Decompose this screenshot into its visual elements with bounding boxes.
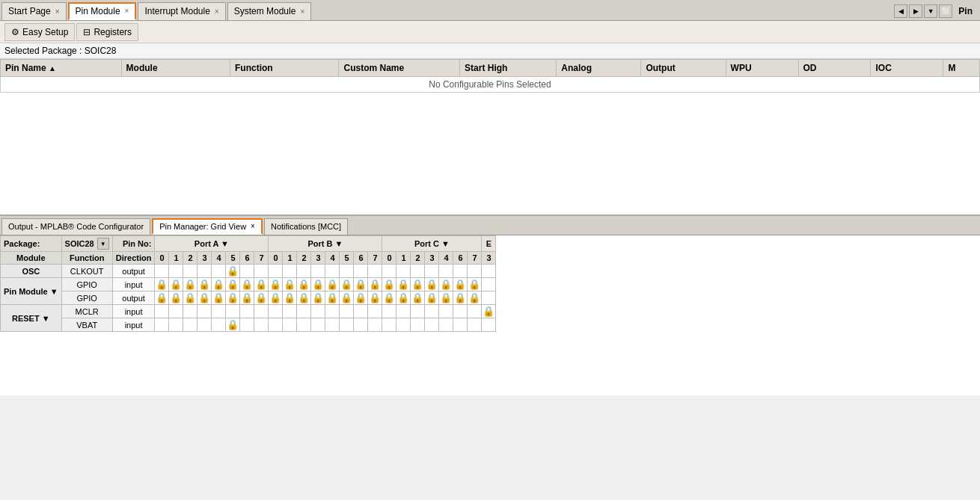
grid-cell-pa6-row2[interactable]: 🔒 (240, 291, 254, 305)
lock-icon[interactable]: 🔒 (397, 279, 409, 290)
tab-close-grid[interactable]: × (251, 222, 255, 230)
lock-icon[interactable]: 🔒 (212, 279, 224, 290)
grid-cell-pc0-row1[interactable]: 🔒 (382, 278, 396, 291)
grid-cell-pb1-row4[interactable] (283, 318, 297, 332)
lock-icon[interactable]: 🔒 (340, 292, 352, 303)
grid-cell-pc1-row4[interactable] (396, 318, 411, 332)
grid-cell-pa7-row2[interactable]: 🔒 (254, 291, 269, 305)
grid-cell-pc2-row4[interactable] (411, 318, 425, 332)
grid-cell-pb2-row4[interactable] (297, 318, 311, 332)
lock-icon[interactable]: 🔒 (227, 265, 239, 277)
lock-icon[interactable]: 🔒 (255, 292, 267, 303)
lock-icon[interactable]: 🔒 (184, 279, 196, 290)
grid-cell-pa7-row0[interactable] (254, 265, 269, 278)
col-start-high[interactable]: Start High (460, 60, 557, 77)
tab-interrupt-module[interactable]: Interrupt Module × (138, 2, 225, 20)
lock-icon[interactable]: 🔒 (440, 279, 452, 290)
grid-cell-pa2-row2[interactable]: 🔒 (183, 291, 197, 305)
grid-cell-pb6-row4[interactable] (354, 318, 368, 332)
tab-system-module[interactable]: System Module × (227, 2, 312, 20)
lock-icon[interactable]: 🔒 (369, 292, 381, 303)
grid-cell-pb4-row0[interactable] (325, 265, 340, 278)
grid-cell-pc2-row1[interactable]: 🔒 (411, 278, 425, 291)
grid-cell-pb7-row2[interactable]: 🔒 (368, 291, 382, 305)
lock-icon[interactable]: 🔒 (198, 279, 210, 290)
lock-icon[interactable]: 🔒 (454, 292, 466, 303)
grid-cell-pa6-row3[interactable] (240, 305, 254, 318)
grid-cell-pb4-row1[interactable]: 🔒 (325, 278, 340, 291)
grid-cell-pc5-row3[interactable] (453, 305, 468, 318)
lock-icon[interactable]: 🔒 (440, 292, 452, 303)
grid-cell-pc5-row1[interactable]: 🔒 (453, 278, 468, 291)
grid-cell-pa5-row3[interactable] (226, 305, 240, 318)
grid-cell-pe0-row4[interactable] (482, 318, 496, 332)
grid-cell-pc3-row3[interactable] (425, 305, 439, 318)
grid-cell-pb6-row1[interactable]: 🔒 (354, 278, 368, 291)
grid-cell-pa2-row3[interactable] (183, 305, 197, 318)
grid-cell-pa1-row0[interactable] (169, 265, 183, 278)
col-od[interactable]: OD (798, 60, 871, 77)
lock-icon[interactable]: 🔒 (156, 292, 168, 303)
lock-icon[interactable]: 🔒 (156, 279, 168, 290)
grid-cell-pa1-row4[interactable] (169, 318, 183, 332)
lock-icon[interactable]: 🔒 (355, 292, 367, 303)
grid-cell-pc2-row2[interactable]: 🔒 (411, 291, 425, 305)
grid-cell-pa0-row2[interactable]: 🔒 (155, 291, 169, 305)
lock-icon[interactable]: 🔒 (340, 279, 352, 290)
lock-icon[interactable]: 🔒 (411, 279, 423, 290)
package-dropdown-btn[interactable]: ▼ (97, 238, 109, 250)
grid-cell-pa7-row1[interactable]: 🔒 (254, 278, 269, 291)
tab-start-page[interactable]: Start Page × (1, 2, 67, 20)
grid-cell-pe0-row0[interactable] (482, 265, 496, 278)
lock-icon[interactable]: 🔒 (383, 292, 395, 303)
grid-cell-pb1-row1[interactable]: 🔒 (283, 278, 297, 291)
tab-close-system[interactable]: × (300, 7, 304, 16)
grid-cell-pc3-row2[interactable]: 🔒 (425, 291, 439, 305)
grid-cell-pb6-row3[interactable] (354, 305, 368, 318)
grid-cell-pb3-row2[interactable]: 🔒 (311, 291, 325, 305)
col-analog[interactable]: Analog (557, 60, 641, 77)
grid-cell-pa2-row4[interactable] (183, 318, 197, 332)
grid-cell-pa7-row4[interactable] (254, 318, 269, 332)
col-custom-name[interactable]: Custom Name (339, 60, 460, 77)
grid-cell-pc0-row2[interactable]: 🔒 (382, 291, 396, 305)
grid-cell-pb4-row3[interactable] (325, 305, 340, 318)
grid-cell-pa4-row1[interactable]: 🔒 (212, 278, 226, 291)
grid-cell-pa3-row4[interactable] (197, 318, 212, 332)
grid-cell-pb7-row1[interactable]: 🔒 (368, 278, 382, 291)
grid-cell-pa1-row1[interactable]: 🔒 (169, 278, 183, 291)
grid-cell-pc4-row0[interactable] (439, 265, 453, 278)
grid-cell-pc6-row2[interactable]: 🔒 (468, 291, 482, 305)
lock-icon[interactable]: 🔒 (326, 279, 338, 290)
grid-cell-pa2-row1[interactable]: 🔒 (183, 278, 197, 291)
grid-cell-pc1-row1[interactable]: 🔒 (396, 278, 411, 291)
grid-cell-pa1-row2[interactable]: 🔒 (169, 291, 183, 305)
tab-close-interrupt[interactable]: × (215, 7, 219, 16)
grid-cell-pb1-row0[interactable] (283, 265, 297, 278)
grid-cell-pa0-row4[interactable] (155, 318, 169, 332)
grid-cell-pa4-row0[interactable] (212, 265, 226, 278)
grid-cell-pb2-row1[interactable]: 🔒 (297, 278, 311, 291)
grid-cell-pb3-row4[interactable] (311, 318, 325, 332)
col-module[interactable]: Module (121, 60, 230, 77)
grid-cell-pb1-row3[interactable] (283, 305, 297, 318)
tab-nav-left[interactable]: ◀ (894, 4, 907, 18)
lock-icon[interactable]: 🔒 (468, 292, 480, 303)
grid-cell-pe0-row3[interactable]: 🔒 (482, 305, 496, 318)
tab-pin-manager-grid[interactable]: Pin Manager: Grid View × (152, 218, 263, 235)
easy-setup-button[interactable]: ⚙ Easy Setup (4, 23, 75, 41)
col-output[interactable]: Output (641, 60, 726, 77)
grid-cell-pc3-row4[interactable] (425, 318, 439, 332)
grid-cell-pa0-row1[interactable]: 🔒 (155, 278, 169, 291)
lock-icon[interactable]: 🔒 (326, 292, 338, 303)
grid-cell-pc1-row2[interactable]: 🔒 (396, 291, 411, 305)
grid-cell-pa4-row3[interactable] (212, 305, 226, 318)
lock-icon[interactable]: 🔒 (227, 292, 239, 303)
grid-cell-pb2-row3[interactable] (297, 305, 311, 318)
lock-icon[interactable]: 🔒 (241, 279, 253, 290)
grid-cell-pa0-row3[interactable] (155, 305, 169, 318)
grid-cell-pb4-row4[interactable] (325, 318, 340, 332)
grid-cell-pa1-row3[interactable] (169, 305, 183, 318)
lock-icon[interactable]: 🔒 (170, 292, 182, 303)
grid-cell-pa4-row2[interactable]: 🔒 (212, 291, 226, 305)
